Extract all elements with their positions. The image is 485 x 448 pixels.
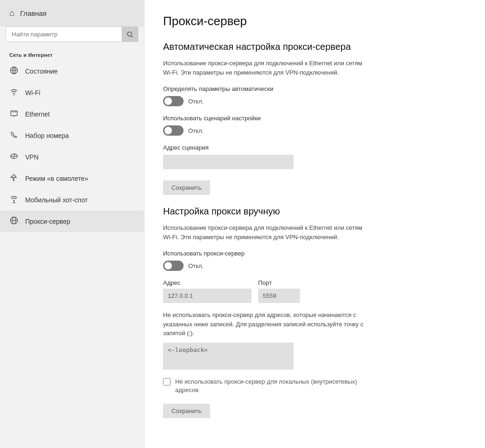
search-input[interactable] (6, 27, 138, 42)
sidebar-item-status-label: Состояние (25, 68, 58, 75)
auto-detect-toggle-status: Откл. (188, 98, 204, 105)
search-icon (127, 31, 133, 38)
sidebar-item-proxy[interactable]: Прокси-сервер (0, 211, 144, 232)
wifi-icon (9, 88, 19, 98)
auto-save-button[interactable]: Сохранить (163, 180, 210, 195)
auto-detect-toggle-row: Откл. (163, 96, 466, 106)
auto-section-title: Автоматическая настройка прокси-сервера (163, 41, 466, 52)
local-bypass-row: Не использовать прокси-сервер для локаль… (163, 378, 377, 394)
sidebar-item-ethernet[interactable]: Ethernet (0, 103, 144, 125)
hotspot-icon (9, 195, 19, 205)
toggle-thumb-1 (164, 97, 172, 105)
auto-section-desc: Использование прокси-сервера для подключ… (163, 59, 373, 77)
home-label: Главная (20, 9, 47, 17)
svg-line-1 (131, 35, 133, 37)
toggle-thumb-3 (164, 262, 172, 269)
ethernet-icon (9, 109, 19, 119)
exceptions-input[interactable]: <-loopback> (163, 343, 294, 370)
address-input[interactable] (163, 289, 252, 303)
proxy-icon (9, 216, 19, 227)
use-proxy-toggle[interactable] (163, 261, 184, 271)
script-toggle-status: Откл. (188, 127, 204, 134)
sidebar-item-proxy-label: Прокси-сервер (25, 218, 70, 225)
auto-detect-toggle[interactable] (163, 96, 184, 106)
manual-save-button[interactable]: Сохранить (163, 404, 210, 418)
auto-detect-label: Определять параметры автоматически (163, 85, 466, 92)
use-proxy-toggle-status: Откл. (188, 262, 204, 269)
port-input[interactable] (258, 289, 300, 303)
airplane-icon (9, 173, 19, 184)
sidebar-item-airplane[interactable]: Режим «в самолете» (0, 168, 144, 189)
manual-section-desc: Использование прокси-сервера для подключ… (163, 223, 373, 241)
sidebar-item-dialup[interactable]: Набор номера (0, 125, 144, 146)
sidebar-item-vpn-label: VPN (25, 153, 39, 161)
toggle-track-1 (163, 96, 184, 106)
script-toggle-row: Откл. (163, 125, 466, 136)
sidebar-section-label: Сеть и Интернет (0, 47, 144, 61)
sidebar-item-wifi-label: Wi-Fi (25, 89, 41, 96)
sidebar-item-hotspot-label: Мобильный хот-спот (25, 196, 88, 204)
use-proxy-label: Использовать прокси-сервер (163, 250, 466, 257)
sidebar-item-airplane-label: Режим «в самолете» (25, 175, 88, 182)
script-label: Использовать сценарий настройки (163, 115, 466, 122)
local-bypass-label: Не использовать прокси-сервер для локаль… (175, 378, 377, 394)
use-proxy-setting: Использовать прокси-сервер Откл. (163, 250, 466, 271)
script-setting: Использовать сценарий настройки Откл. (163, 115, 466, 136)
svg-point-6 (14, 94, 14, 95)
exceptions-desc: Не использовать прокси-сервер для адресо… (163, 310, 373, 338)
toggle-thumb-2 (164, 127, 172, 134)
home-icon: ⌂ (9, 8, 14, 18)
main-content: Прокси-сервер Автоматическая настройка п… (144, 0, 485, 448)
auto-detect-setting: Определять параметры автоматически Откл. (163, 85, 466, 106)
address-field-group: Адрес (163, 279, 252, 303)
sidebar-item-dialup-label: Набор номера (25, 132, 69, 139)
vpn-icon (9, 152, 19, 162)
sidebar-item-hotspot[interactable]: Мобильный хот-спот (0, 189, 144, 211)
sidebar-item-ethernet-label: Ethernet (25, 110, 50, 118)
toggle-track-3 (163, 261, 184, 271)
address-label: Адрес (163, 279, 252, 286)
globe-icon (9, 66, 19, 76)
toggle-track-2 (163, 125, 184, 136)
script-toggle[interactable] (163, 125, 184, 136)
sidebar-home[interactable]: ⌂ Главная (0, 0, 144, 27)
use-proxy-toggle-row: Откл. (163, 261, 466, 271)
script-address-label: Адрес сценария (163, 144, 466, 151)
search-button[interactable] (122, 27, 138, 42)
manual-section-title: Настройка прокси вручную (163, 206, 466, 217)
script-address-input[interactable] (163, 155, 294, 169)
svg-point-14 (14, 200, 15, 201)
local-bypass-checkbox[interactable] (163, 378, 171, 386)
sidebar-search-container (6, 27, 138, 42)
addr-port-row: Адрес Порт (163, 279, 466, 303)
page-title: Прокси-сервер (163, 14, 466, 28)
dialup-icon (9, 131, 19, 141)
sidebar-item-vpn[interactable]: VPN (0, 146, 144, 168)
port-label: Порт (258, 279, 300, 286)
svg-point-0 (128, 32, 132, 36)
sidebar-item-wifi[interactable]: Wi-Fi (0, 82, 144, 103)
script-address-setting: Адрес сценария (163, 144, 466, 169)
sidebar: ⌂ Главная Сеть и Интернет Состояние Wi-F… (0, 0, 144, 448)
sidebar-item-status[interactable]: Состояние (0, 61, 144, 82)
port-field-group: Порт (258, 279, 300, 303)
